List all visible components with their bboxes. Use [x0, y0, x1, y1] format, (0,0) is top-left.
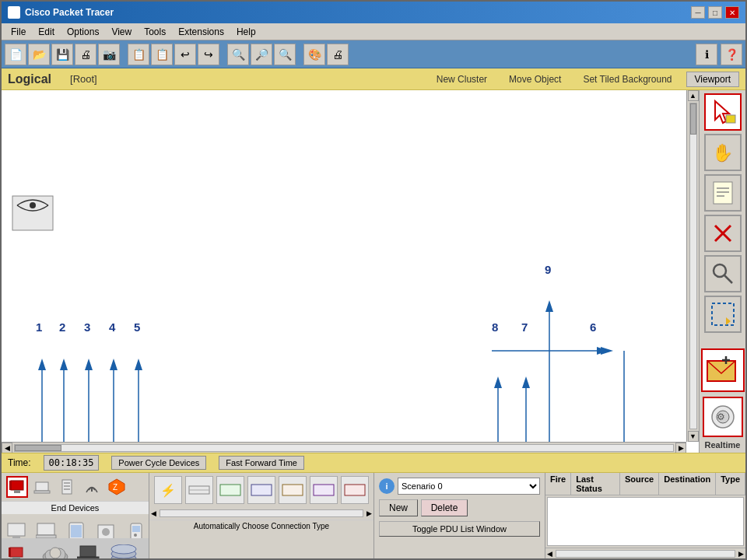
realtime-label: Realtime	[705, 440, 741, 450]
new-scenario-button[interactable]: New	[379, 499, 418, 516]
svg-rect-79	[10, 548, 23, 557]
minimize-button[interactable]: ─	[691, 6, 705, 19]
zoom-in-button[interactable]: 🔍	[227, 44, 249, 65]
menu-tools[interactable]: Tools	[138, 25, 172, 39]
fiber-cable-icon	[281, 478, 304, 502]
select-area-button[interactable]	[704, 296, 742, 333]
canvas-scroll-vertical[interactable]: ▲ ▼	[686, 90, 699, 442]
conn-scroll-track[interactable]	[160, 509, 363, 517]
conn-scroll-right[interactable]: ▶	[365, 509, 374, 517]
power-cycle-button[interactable]: Power Cycle Devices	[111, 456, 206, 470]
redo-button[interactable]: ↪	[198, 44, 219, 65]
svg-rect-67	[37, 523, 54, 535]
menu-extensions[interactable]: Extensions	[172, 25, 230, 39]
delete-scenario-button[interactable]: Delete	[421, 499, 468, 516]
scroll-right-arrow[interactable]: ▶	[675, 443, 686, 453]
breadcrumb: [Root]	[70, 73, 97, 85]
canvas-area[interactable]: 1 2 3 4 5 6 7 8 9 ◀	[2, 90, 699, 453]
select-cursor-icon	[709, 98, 737, 126]
zoom-tool-button[interactable]	[704, 255, 742, 292]
device-item-desktop2[interactable]	[6, 540, 36, 559]
phone-conn-icon[interactable]	[310, 476, 338, 504]
help-button[interactable]: ❓	[721, 44, 742, 65]
maximize-button[interactable]: □	[708, 6, 722, 19]
scroll-left-arrow[interactable]: ◀	[2, 443, 12, 453]
device-item-generic2[interactable]	[109, 540, 139, 559]
fast-forward-button[interactable]: Fast Forward Time	[219, 456, 304, 470]
menu-edit[interactable]: Edit	[32, 25, 61, 39]
menu-view[interactable]: View	[105, 25, 138, 39]
console-cable-icon	[188, 478, 211, 502]
realtime-sim-button[interactable]: ⚙	[703, 397, 743, 437]
hand-tool-button[interactable]: ✋	[704, 134, 742, 171]
viewport-button[interactable]: Viewport	[686, 72, 739, 87]
auto-connect-icon[interactable]: ⚡	[154, 476, 182, 504]
coax-cable-icon	[343, 478, 366, 502]
set-tiled-bg-button[interactable]: Set Tiled Background	[575, 72, 679, 86]
menu-help[interactable]: Help	[230, 25, 262, 39]
toggle-pdu-button[interactable]: Toggle PDU List Window	[379, 521, 540, 537]
palette-button[interactable]: 🎨	[303, 44, 325, 65]
printer2-button[interactable]: 🖨	[327, 44, 349, 65]
logical-actions: New Cluster Move Object Set Tiled Backgr…	[429, 72, 739, 87]
move-object-button[interactable]: Move Object	[501, 72, 569, 86]
paste-button[interactable]: 📋	[151, 44, 173, 65]
fiber-conn-icon[interactable]	[279, 476, 307, 504]
add-pdu-button[interactable]	[701, 348, 745, 392]
scroll-thumb-v[interactable]	[690, 103, 696, 135]
svg-marker-9	[110, 359, 117, 370]
zoom-out-button[interactable]: 🔍	[274, 44, 296, 65]
screenshot-button[interactable]: 📷	[98, 44, 120, 65]
undo-button[interactable]: ↩	[174, 44, 196, 65]
device-item-laptop[interactable]	[36, 517, 61, 538]
event-scroll-right[interactable]: ▶	[737, 550, 745, 558]
conn-scroll-bar[interactable]: ◀ ▶	[149, 507, 374, 520]
close-button[interactable]: ✕	[725, 6, 739, 19]
device-item-pc[interactable]	[6, 517, 31, 538]
device-item-cloud[interactable]	[40, 540, 70, 559]
canvas-scroll-horizontal[interactable]: ◀ ▶	[2, 442, 686, 453]
info-button[interactable]: ℹ	[696, 44, 717, 65]
device-item-tablet[interactable]	[65, 517, 90, 538]
device-item-ipphone[interactable]	[124, 517, 149, 538]
scenario-dropdown[interactable]: Scenario 0	[398, 478, 540, 495]
menu-options[interactable]: Options	[61, 25, 105, 39]
new-file-button[interactable]: 📄	[5, 44, 26, 65]
open-file-button[interactable]: 📂	[28, 44, 50, 65]
delete-tool-button[interactable]	[704, 215, 742, 252]
event-scroll-left[interactable]: ◀	[545, 550, 554, 558]
crossover-conn-icon[interactable]	[247, 476, 275, 504]
zoom-fit-button[interactable]: 🔎	[251, 44, 272, 65]
tablet-icon	[65, 522, 90, 538]
laptop-category[interactable]	[31, 476, 53, 498]
scroll-up-arrow[interactable]: ▲	[688, 90, 699, 101]
save-file-button[interactable]: 💾	[51, 44, 73, 65]
event-scroll-bar[interactable]: ◀ ▶	[545, 548, 745, 558]
straight-conn-icon[interactable]	[216, 476, 244, 504]
select-tool-button[interactable]	[704, 93, 742, 131]
scroll-down-arrow[interactable]: ▼	[688, 431, 699, 442]
scroll-track-v[interactable]	[689, 103, 697, 429]
coax-conn-icon[interactable]	[341, 476, 369, 504]
conn-scroll-left[interactable]: ◀	[149, 509, 158, 517]
end-devices-category[interactable]	[6, 476, 28, 498]
svg-marker-7	[85, 359, 93, 370]
note-tool-button[interactable]	[704, 174, 742, 212]
device-item-laptop2[interactable]	[75, 540, 104, 559]
console-conn-icon[interactable]	[185, 476, 213, 504]
svg-rect-35	[726, 115, 735, 123]
svg-rect-81	[12, 557, 20, 559]
copy-button[interactable]: 📋	[128, 44, 149, 65]
server-category[interactable]	[56, 476, 78, 498]
menu-file[interactable]: File	[5, 25, 32, 39]
magnifier-icon	[709, 260, 737, 288]
wireless-category[interactable]	[81, 476, 103, 498]
new-cluster-button[interactable]: New Cluster	[429, 72, 495, 86]
svg-rect-97	[345, 485, 365, 495]
device-item-generic[interactable]	[95, 517, 120, 538]
print-button[interactable]: 🖨	[75, 44, 96, 65]
event-scroll-track[interactable]	[556, 550, 735, 558]
scroll-thumb-h[interactable]	[15, 445, 61, 451]
scroll-track-h[interactable]	[14, 444, 674, 452]
security-category[interactable]: Z	[106, 476, 128, 498]
